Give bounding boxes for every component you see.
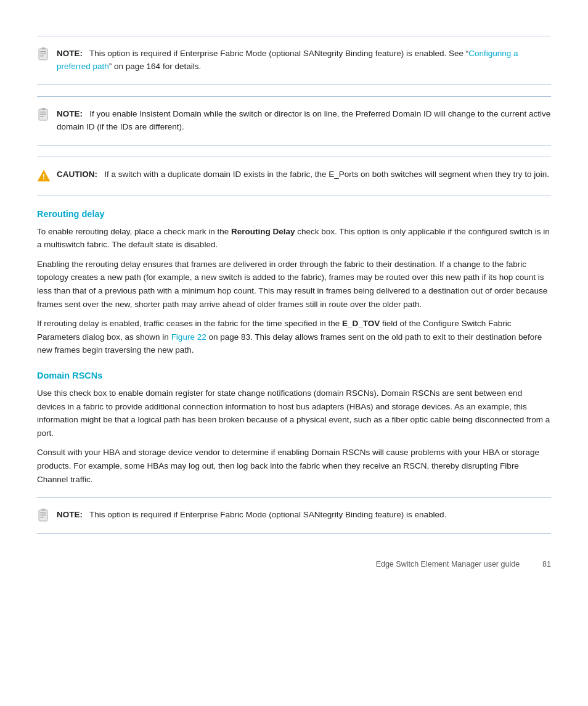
caution-text: CAUTION: If a switch with a duplicate do…: [57, 168, 549, 181]
footer-text: Edge Switch Element Manager user guide: [376, 560, 520, 568]
svg-rect-1: [40, 51, 46, 52]
svg-rect-2: [40, 54, 46, 55]
divider-2: [37, 84, 551, 85]
divider-6: [37, 195, 551, 195]
caution-icon: !: [37, 170, 51, 184]
note-label-2: NOTE:: [57, 109, 83, 118]
note-block-bottom: NOTE: This option is required if Enterpr…: [37, 509, 551, 522]
svg-rect-16: [42, 509, 45, 511]
domain-rscns-heading: Domain RSCNs: [37, 371, 551, 380]
bold-rerouting-delay: Rerouting Delay: [231, 227, 295, 236]
divider-7: [37, 497, 551, 498]
note-block-2: NOTE: If you enable Insistent Domain whi…: [37, 108, 551, 134]
svg-rect-13: [40, 512, 46, 514]
domain-rscns-para-1: Use this check box to enable domain regi…: [37, 387, 551, 440]
rerouting-delay-para-2: Enabling the rerouting delay ensures tha…: [37, 258, 551, 311]
page-content: NOTE: This option is required if Enterpr…: [0, 0, 588, 606]
caution-label: CAUTION:: [57, 170, 97, 179]
bold-edtov: E_D_TOV: [342, 319, 380, 328]
svg-rect-14: [40, 515, 46, 516]
note-label-1: NOTE:: [57, 49, 83, 58]
note-icon-bottom: [37, 509, 51, 522]
footer: Edge Switch Element Manager user guide 8…: [37, 559, 551, 569]
rerouting-delay-para-3: If rerouting delay is enabled, traffic c…: [37, 317, 551, 357]
note-text-2: NOTE: If you enable Insistent Domain whi…: [57, 108, 551, 134]
domain-rscns-para-2: Consult with your HBA and storage device…: [37, 446, 551, 486]
top-divider: [37, 36, 551, 36]
svg-text:!: !: [43, 173, 45, 181]
svg-rect-7: [40, 113, 46, 115]
divider-5: [37, 157, 551, 157]
caution-block: ! CAUTION: If a switch with a duplicate …: [37, 168, 551, 184]
svg-rect-3: [40, 55, 44, 57]
footer-spacer: [527, 559, 535, 569]
note-text-bottom: NOTE: This option is required if Enterpr…: [57, 509, 446, 522]
rerouting-delay-heading: Rerouting delay: [37, 209, 551, 219]
note-icon-2: [37, 108, 51, 121]
svg-rect-4: [42, 47, 45, 49]
note-icon-1: [37, 47, 51, 61]
figure-22-link[interactable]: Figure 22: [171, 332, 206, 342]
footer-page-number: 81: [542, 560, 551, 568]
note-text-1: NOTE: This option is required if Enterpr…: [57, 47, 551, 73]
note-label-bottom: NOTE:: [57, 510, 83, 519]
svg-rect-15: [40, 517, 44, 518]
divider-4: [37, 145, 551, 146]
rerouting-delay-para-1: To enable rerouting delay, place a check…: [37, 225, 551, 252]
svg-rect-6: [40, 112, 46, 113]
divider-3: [37, 96, 551, 97]
svg-rect-8: [40, 116, 44, 117]
note-block-1: NOTE: This option is required if Enterpr…: [37, 47, 551, 73]
divider-bottom: [37, 533, 551, 534]
svg-rect-9: [42, 108, 45, 110]
